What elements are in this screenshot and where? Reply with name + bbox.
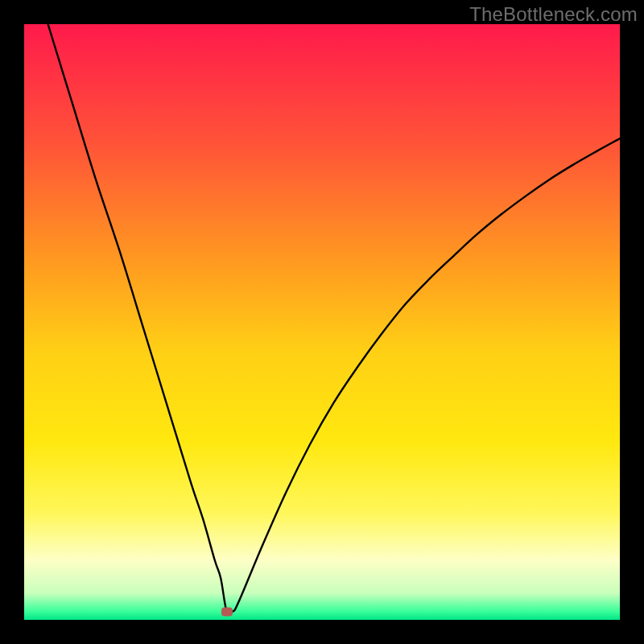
watermark-text: TheBottleneck.com bbox=[469, 3, 638, 26]
plot-area bbox=[24, 24, 620, 620]
current-point-marker bbox=[221, 607, 233, 616]
chart-frame: TheBottleneck.com bbox=[0, 0, 644, 644]
bottleneck-curve bbox=[24, 24, 620, 620]
